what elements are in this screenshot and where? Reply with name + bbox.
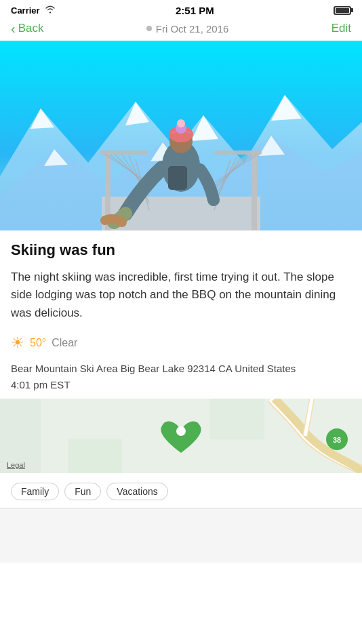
svg-rect-32 (168, 166, 187, 190)
tag-family[interactable]: Family (11, 483, 59, 500)
carrier-label: Carrier (11, 5, 40, 16)
pin-icon (146, 26, 152, 31)
hero-image (0, 41, 362, 230)
nav-title: Fri Oct 21, 2016 (146, 23, 229, 35)
svg-rect-12 (252, 153, 257, 230)
wifi-icon (44, 5, 56, 16)
svg-rect-38 (68, 439, 122, 473)
weather-temp: 50° (30, 337, 46, 349)
svg-rect-13 (100, 150, 148, 155)
entry-title: Skiing was fun (11, 241, 351, 259)
tag-vacations[interactable]: Vacations (106, 483, 167, 500)
battery-icon (334, 6, 351, 15)
nav-date: Fri Oct 21, 2016 (156, 23, 229, 35)
content-area: Skiing was fun The night skiing was incr… (0, 230, 362, 508)
status-time: 2:51 PM (176, 5, 214, 16)
back-chevron-icon: ‹ (11, 22, 16, 35)
location-time: 4:01 pm EST (11, 379, 351, 390)
svg-rect-39 (210, 399, 264, 439)
edit-button[interactable]: Edit (331, 22, 351, 35)
location-address: Bear Mountain Ski Area Big Bear Lake 923… (11, 361, 351, 376)
back-button[interactable]: ‹ Back (11, 22, 43, 35)
status-bar: Carrier 2:51 PM (0, 0, 362, 19)
bottom-area (0, 508, 362, 563)
svg-point-31 (177, 119, 185, 127)
weather-desc: Clear (52, 337, 77, 349)
nav-bar: ‹ Back Fri Oct 21, 2016 Edit (0, 19, 362, 41)
tag-fun[interactable]: Fun (64, 483, 101, 500)
svg-text:38: 38 (333, 436, 341, 444)
tags-row: Family Fun Vacations (11, 473, 351, 508)
hero-scene-svg (0, 41, 362, 230)
back-label: Back (18, 22, 44, 35)
status-right (334, 6, 351, 15)
sun-icon: ☀ (11, 334, 24, 352)
map-svg: 38 (0, 399, 362, 473)
svg-rect-14 (214, 150, 262, 155)
entry-body: The night skiing was incredible, first t… (11, 268, 351, 322)
status-left: Carrier (11, 5, 56, 16)
map-legal-link[interactable]: Legal (7, 461, 25, 469)
map-container: 38 Legal (0, 399, 362, 473)
svg-point-36 (176, 426, 186, 436)
weather-row: ☀ 50° Clear (11, 334, 351, 352)
